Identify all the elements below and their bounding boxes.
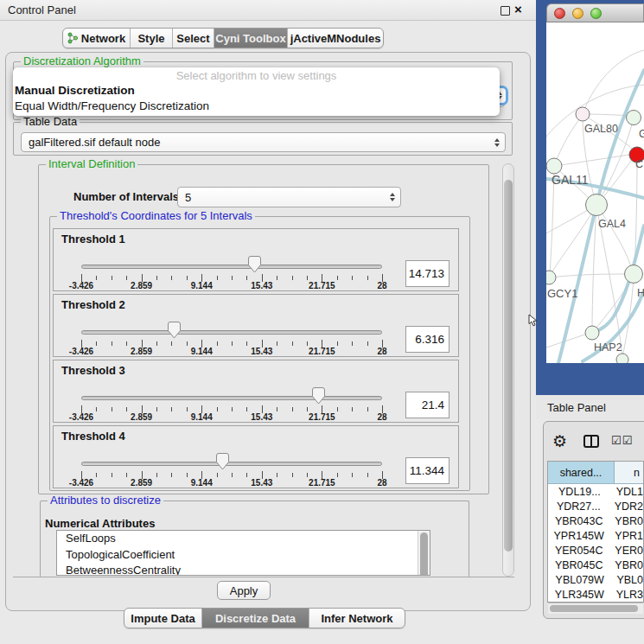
table-panel-title: Table Panel (547, 401, 606, 414)
float-window-icon[interactable] (501, 6, 510, 16)
node-gcy1[interactable] (546, 271, 556, 284)
tick-mark (232, 473, 233, 477)
tab-cyni-toolbox[interactable]: Cyni Toolbox (214, 29, 288, 48)
node-partial-top-right[interactable] (627, 111, 641, 125)
tab-infer-network[interactable]: Infer Network (309, 609, 405, 628)
tick-label: -3.426 (55, 347, 107, 356)
cell-name: YDL1 (611, 486, 643, 498)
gear-icon[interactable]: ⚙ (552, 431, 567, 451)
table-row[interactable]: YDL19...YDL1 (548, 484, 643, 499)
table-data-combobox[interactable]: galFiltered.sif default node (21, 132, 506, 152)
tick-mark (156, 276, 157, 280)
settings-panel: Discretization Algorithm Select algorith… (5, 52, 531, 611)
scrollbar-thumb[interactable] (504, 180, 513, 552)
tick-mark (187, 407, 188, 411)
tick-mark (337, 407, 338, 411)
cell-shared-name: YBL079W (548, 574, 611, 586)
table-row[interactable]: YDR27...YDR2 (548, 499, 643, 513)
table-data-value: galFiltered.sif default node (22, 136, 494, 149)
node-hap2[interactable] (585, 326, 599, 340)
node-label: C (635, 158, 643, 170)
list-scrollbar[interactable] (418, 531, 430, 575)
tick-label: 9.144 (175, 478, 227, 488)
close-icon[interactable]: × (514, 2, 522, 16)
table-row[interactable]: YBL079WYBL0 (548, 572, 643, 587)
tab-select[interactable]: Select (173, 29, 214, 48)
network-canvas[interactable]: GAL80 GA C GAL11 GAL4 GCY1 H HAP2 (546, 22, 644, 363)
tick-label: 21.715 (296, 478, 348, 488)
threshold-value-field[interactable]: 11.344 (405, 457, 450, 484)
cell-shared-name: YER054C (548, 545, 609, 557)
number-of-intervals-combobox[interactable]: 5 (177, 187, 401, 207)
threshold-value-field[interactable]: 21.4 (405, 392, 450, 418)
tick-mark (156, 341, 157, 346)
tab-network[interactable]: Network (63, 29, 131, 48)
tick-mark (246, 407, 247, 411)
numerical-attributes-list[interactable]: SelfLoopsTopologicalCoefficientBetweenne… (56, 530, 430, 576)
tick-label: 21.715 (296, 347, 348, 356)
tab-impute-data[interactable]: Impute Data (124, 609, 202, 628)
slider-track[interactable] (81, 462, 382, 466)
slider-track[interactable] (81, 396, 382, 400)
column-header-shared-name[interactable]: shared... (548, 462, 615, 483)
tick-label: 15.43 (236, 412, 288, 422)
tick-mark (112, 473, 112, 477)
node-attribute-table[interactable]: shared... n YDL19...YDL1YDR27...YDR2YBR0… (547, 461, 644, 603)
menu-item-manual-discretization[interactable]: Manual Discretization (13, 83, 500, 99)
table-horizontal-scrollbar[interactable] (548, 603, 643, 614)
algorithm-placeholder: Select algorithm to view settings (13, 67, 500, 83)
table-row[interactable]: YBR045CYBR0 (548, 558, 643, 572)
network-icon (67, 32, 78, 44)
tick-mark (292, 276, 293, 280)
tick-mark (232, 341, 233, 346)
tab-jactivemnodules[interactable]: jActiveMNodules (288, 29, 383, 48)
node-gal11[interactable] (546, 158, 562, 174)
tab-style[interactable]: Style (131, 29, 173, 48)
slider-thumb[interactable] (168, 322, 181, 342)
numerical-attributes-heading: Numerical Attributes (45, 517, 155, 530)
column-header-name[interactable]: n (615, 462, 643, 483)
window-zoom-button[interactable] (590, 8, 602, 19)
tick-mark (246, 341, 247, 346)
table-row[interactable]: YPR145WYPR1 (548, 528, 643, 543)
slider-thumb[interactable] (248, 256, 261, 277)
node-label: GAL4 (598, 218, 626, 230)
attribute-item-betweennesscentrality[interactable]: BetweennessCentrality (57, 563, 430, 576)
columns-icon[interactable] (583, 435, 599, 448)
slider-thumb[interactable] (216, 453, 229, 474)
slider-track[interactable] (81, 330, 382, 335)
apply-button[interactable]: Apply (217, 581, 271, 600)
vertical-scrollbar[interactable] (502, 163, 514, 577)
tick-mark (352, 407, 353, 411)
window-close-button[interactable] (554, 8, 565, 19)
threshold-value-field[interactable]: 6.316 (405, 326, 450, 353)
tick-label: 9.144 (175, 347, 227, 356)
table-row[interactable]: YER054CYER0 (548, 543, 643, 558)
table-row[interactable]: YLR345WYLR3 (548, 587, 643, 602)
number-of-intervals-label: Number of Intervals (73, 190, 179, 203)
threshold-label: Threshold 2 (61, 298, 125, 311)
tick-label: 15.43 (236, 281, 288, 290)
node-h[interactable] (625, 265, 643, 284)
checkbox-icons[interactable]: ☑☑ (611, 434, 633, 447)
node-gal4[interactable] (586, 194, 608, 216)
tick-mark (96, 407, 97, 411)
attribute-item-topologicalcoefficient[interactable]: TopologicalCoefficient (57, 547, 430, 564)
tick-mark (352, 276, 353, 280)
cell-shared-name: YPR145W (548, 530, 609, 542)
tab-discretize-data[interactable]: Discretize Data (202, 609, 309, 628)
threshold-value-field[interactable]: 14.713 (405, 260, 450, 287)
slider-track[interactable] (81, 265, 382, 269)
attribute-item-selfloops[interactable]: SelfLoops (57, 531, 430, 547)
tab-label: Style (137, 32, 164, 45)
group-label: Threshold's Coordinates for 5 Intervals (57, 210, 255, 222)
tick-label: -3.426 (55, 412, 107, 422)
bottom-tab-bar: Impute DataDiscretize DataInfer Network (124, 608, 405, 628)
slider-thumb[interactable] (312, 387, 325, 408)
window-minimize-button[interactable] (572, 8, 583, 19)
node-gal80[interactable] (576, 107, 590, 121)
menu-item-equal-width-frequency-discretization[interactable]: Equal Width/Frequency Discretization (13, 99, 500, 114)
tick-label: 28 (356, 412, 408, 422)
table-row[interactable]: YBR043CYBR0 (548, 513, 643, 528)
node-partial-bottom[interactable] (616, 354, 628, 363)
